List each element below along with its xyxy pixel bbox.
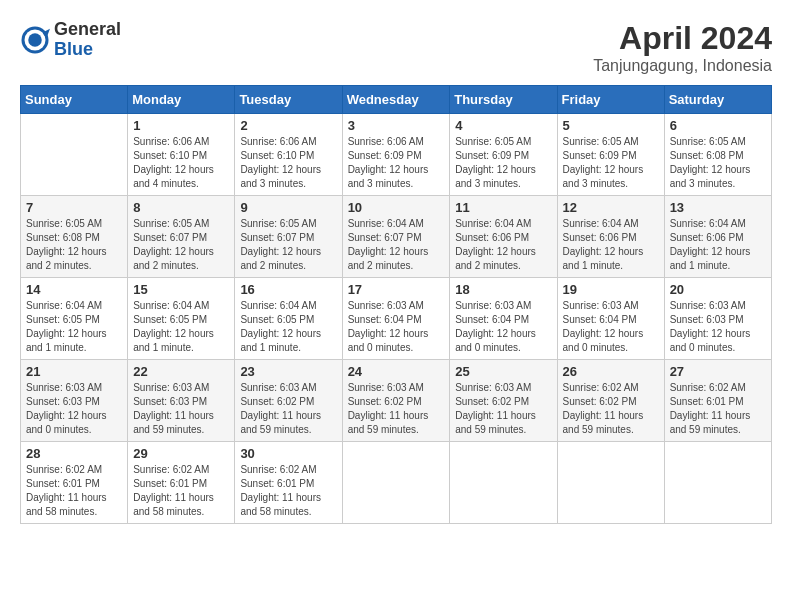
- day-info: Sunrise: 6:03 AM Sunset: 6:02 PM Dayligh…: [348, 381, 445, 437]
- day-of-week-header: Sunday: [21, 86, 128, 114]
- calendar-cell: 12Sunrise: 6:04 AM Sunset: 6:06 PM Dayli…: [557, 196, 664, 278]
- day-number: 26: [563, 364, 659, 379]
- calendar-cell: 1Sunrise: 6:06 AM Sunset: 6:10 PM Daylig…: [128, 114, 235, 196]
- day-info: Sunrise: 6:03 AM Sunset: 6:04 PM Dayligh…: [563, 299, 659, 355]
- calendar-cell: 16Sunrise: 6:04 AM Sunset: 6:05 PM Dayli…: [235, 278, 342, 360]
- calendar-cell: 4Sunrise: 6:05 AM Sunset: 6:09 PM Daylig…: [450, 114, 557, 196]
- calendar-cell: 7Sunrise: 6:05 AM Sunset: 6:08 PM Daylig…: [21, 196, 128, 278]
- day-number: 11: [455, 200, 551, 215]
- day-info: Sunrise: 6:03 AM Sunset: 6:03 PM Dayligh…: [133, 381, 229, 437]
- day-info: Sunrise: 6:03 AM Sunset: 6:03 PM Dayligh…: [26, 381, 122, 437]
- day-info: Sunrise: 6:05 AM Sunset: 6:07 PM Dayligh…: [240, 217, 336, 273]
- day-number: 14: [26, 282, 122, 297]
- day-number: 3: [348, 118, 445, 133]
- calendar-cell: 11Sunrise: 6:04 AM Sunset: 6:06 PM Dayli…: [450, 196, 557, 278]
- day-info: Sunrise: 6:02 AM Sunset: 6:01 PM Dayligh…: [133, 463, 229, 519]
- month-year: April 2024: [593, 20, 772, 57]
- day-info: Sunrise: 6:03 AM Sunset: 6:04 PM Dayligh…: [455, 299, 551, 355]
- day-of-week-header: Monday: [128, 86, 235, 114]
- calendar-week-row: 21Sunrise: 6:03 AM Sunset: 6:03 PM Dayli…: [21, 360, 772, 442]
- day-number: 20: [670, 282, 766, 297]
- day-info: Sunrise: 6:04 AM Sunset: 6:05 PM Dayligh…: [133, 299, 229, 355]
- day-info: Sunrise: 6:04 AM Sunset: 6:05 PM Dayligh…: [240, 299, 336, 355]
- day-info: Sunrise: 6:02 AM Sunset: 6:02 PM Dayligh…: [563, 381, 659, 437]
- day-number: 21: [26, 364, 122, 379]
- day-info: Sunrise: 6:02 AM Sunset: 6:01 PM Dayligh…: [240, 463, 336, 519]
- logo-text: General Blue: [54, 20, 121, 60]
- day-info: Sunrise: 6:06 AM Sunset: 6:10 PM Dayligh…: [240, 135, 336, 191]
- calendar-week-row: 14Sunrise: 6:04 AM Sunset: 6:05 PM Dayli…: [21, 278, 772, 360]
- day-info: Sunrise: 6:04 AM Sunset: 6:06 PM Dayligh…: [563, 217, 659, 273]
- calendar-cell: 18Sunrise: 6:03 AM Sunset: 6:04 PM Dayli…: [450, 278, 557, 360]
- day-number: 8: [133, 200, 229, 215]
- day-number: 4: [455, 118, 551, 133]
- day-info: Sunrise: 6:05 AM Sunset: 6:09 PM Dayligh…: [455, 135, 551, 191]
- day-info: Sunrise: 6:06 AM Sunset: 6:09 PM Dayligh…: [348, 135, 445, 191]
- calendar-header-row: SundayMondayTuesdayWednesdayThursdayFrid…: [21, 86, 772, 114]
- day-number: 27: [670, 364, 766, 379]
- calendar-week-row: 7Sunrise: 6:05 AM Sunset: 6:08 PM Daylig…: [21, 196, 772, 278]
- day-number: 17: [348, 282, 445, 297]
- day-info: Sunrise: 6:04 AM Sunset: 6:06 PM Dayligh…: [670, 217, 766, 273]
- calendar-cell: 17Sunrise: 6:03 AM Sunset: 6:04 PM Dayli…: [342, 278, 450, 360]
- calendar-cell: 23Sunrise: 6:03 AM Sunset: 6:02 PM Dayli…: [235, 360, 342, 442]
- calendar-cell: [664, 442, 771, 524]
- calendar-cell: 29Sunrise: 6:02 AM Sunset: 6:01 PM Dayli…: [128, 442, 235, 524]
- calendar-cell: 5Sunrise: 6:05 AM Sunset: 6:09 PM Daylig…: [557, 114, 664, 196]
- calendar-cell: [342, 442, 450, 524]
- day-info: Sunrise: 6:04 AM Sunset: 6:05 PM Dayligh…: [26, 299, 122, 355]
- day-info: Sunrise: 6:03 AM Sunset: 6:02 PM Dayligh…: [240, 381, 336, 437]
- page-header: General Blue April 2024 Tanjungagung, In…: [20, 20, 772, 75]
- calendar-cell: 24Sunrise: 6:03 AM Sunset: 6:02 PM Dayli…: [342, 360, 450, 442]
- day-info: Sunrise: 6:05 AM Sunset: 6:09 PM Dayligh…: [563, 135, 659, 191]
- calendar-cell: 13Sunrise: 6:04 AM Sunset: 6:06 PM Dayli…: [664, 196, 771, 278]
- calendar-cell: 27Sunrise: 6:02 AM Sunset: 6:01 PM Dayli…: [664, 360, 771, 442]
- calendar-cell: 15Sunrise: 6:04 AM Sunset: 6:05 PM Dayli…: [128, 278, 235, 360]
- day-info: Sunrise: 6:05 AM Sunset: 6:07 PM Dayligh…: [133, 217, 229, 273]
- day-of-week-header: Thursday: [450, 86, 557, 114]
- calendar-cell: 2Sunrise: 6:06 AM Sunset: 6:10 PM Daylig…: [235, 114, 342, 196]
- calendar-cell: 25Sunrise: 6:03 AM Sunset: 6:02 PM Dayli…: [450, 360, 557, 442]
- day-info: Sunrise: 6:04 AM Sunset: 6:06 PM Dayligh…: [455, 217, 551, 273]
- day-number: 22: [133, 364, 229, 379]
- day-number: 9: [240, 200, 336, 215]
- day-info: Sunrise: 6:02 AM Sunset: 6:01 PM Dayligh…: [670, 381, 766, 437]
- day-info: Sunrise: 6:05 AM Sunset: 6:08 PM Dayligh…: [26, 217, 122, 273]
- calendar-cell: 26Sunrise: 6:02 AM Sunset: 6:02 PM Dayli…: [557, 360, 664, 442]
- day-number: 2: [240, 118, 336, 133]
- logo-general: General: [54, 20, 121, 40]
- day-of-week-header: Friday: [557, 86, 664, 114]
- day-number: 25: [455, 364, 551, 379]
- day-number: 13: [670, 200, 766, 215]
- calendar-cell: [557, 442, 664, 524]
- calendar-cell: 9Sunrise: 6:05 AM Sunset: 6:07 PM Daylig…: [235, 196, 342, 278]
- calendar-cell: 10Sunrise: 6:04 AM Sunset: 6:07 PM Dayli…: [342, 196, 450, 278]
- calendar-table: SundayMondayTuesdayWednesdayThursdayFrid…: [20, 85, 772, 524]
- day-number: 1: [133, 118, 229, 133]
- day-info: Sunrise: 6:03 AM Sunset: 6:04 PM Dayligh…: [348, 299, 445, 355]
- day-number: 30: [240, 446, 336, 461]
- calendar-cell: [450, 442, 557, 524]
- title-block: April 2024 Tanjungagung, Indonesia: [593, 20, 772, 75]
- calendar-week-row: 28Sunrise: 6:02 AM Sunset: 6:01 PM Dayli…: [21, 442, 772, 524]
- calendar-cell: 30Sunrise: 6:02 AM Sunset: 6:01 PM Dayli…: [235, 442, 342, 524]
- calendar-cell: 20Sunrise: 6:03 AM Sunset: 6:03 PM Dayli…: [664, 278, 771, 360]
- calendar-cell: 8Sunrise: 6:05 AM Sunset: 6:07 PM Daylig…: [128, 196, 235, 278]
- day-info: Sunrise: 6:04 AM Sunset: 6:07 PM Dayligh…: [348, 217, 445, 273]
- location: Tanjungagung, Indonesia: [593, 57, 772, 75]
- day-number: 16: [240, 282, 336, 297]
- calendar-cell: 28Sunrise: 6:02 AM Sunset: 6:01 PM Dayli…: [21, 442, 128, 524]
- calendar-week-row: 1Sunrise: 6:06 AM Sunset: 6:10 PM Daylig…: [21, 114, 772, 196]
- calendar-cell: [21, 114, 128, 196]
- day-info: Sunrise: 6:02 AM Sunset: 6:01 PM Dayligh…: [26, 463, 122, 519]
- logo: General Blue: [20, 20, 121, 60]
- day-info: Sunrise: 6:03 AM Sunset: 6:02 PM Dayligh…: [455, 381, 551, 437]
- day-info: Sunrise: 6:05 AM Sunset: 6:08 PM Dayligh…: [670, 135, 766, 191]
- calendar-cell: 6Sunrise: 6:05 AM Sunset: 6:08 PM Daylig…: [664, 114, 771, 196]
- day-info: Sunrise: 6:06 AM Sunset: 6:10 PM Dayligh…: [133, 135, 229, 191]
- day-number: 24: [348, 364, 445, 379]
- day-number: 15: [133, 282, 229, 297]
- day-number: 28: [26, 446, 122, 461]
- day-number: 5: [563, 118, 659, 133]
- calendar-cell: 14Sunrise: 6:04 AM Sunset: 6:05 PM Dayli…: [21, 278, 128, 360]
